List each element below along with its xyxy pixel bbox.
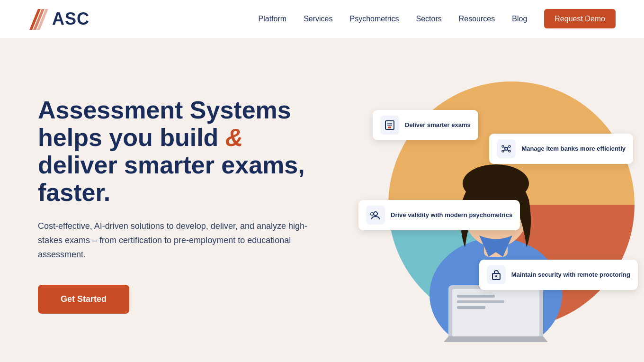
- get-started-button[interactable]: Get Started: [38, 285, 129, 314]
- nav-link-blog[interactable]: Blog: [512, 15, 527, 23]
- nav-link-platform[interactable]: Platform: [259, 15, 287, 23]
- svg-line-24: [504, 147, 505, 148]
- hero-section: Assessment Systems helps you build & del…: [0, 38, 644, 362]
- svg-line-26: [504, 150, 505, 151]
- nav-item-platform[interactable]: Platform: [259, 15, 287, 23]
- nav-link-services[interactable]: Services: [304, 15, 332, 23]
- card2-text: Manage item banks more efficiently: [521, 145, 626, 153]
- hero-headline: Assessment Systems helps you build & del…: [38, 96, 331, 207]
- headline-ampersand: &: [225, 124, 243, 151]
- card2-icon: [497, 139, 516, 158]
- nav-link-resources[interactable]: Resources: [459, 15, 495, 23]
- headline-part1: Assessment Systems helps you build: [38, 96, 291, 151]
- svg-rect-13: [457, 300, 504, 303]
- logo: ASC: [28, 7, 89, 31]
- hero-content: Assessment Systems helps you build & del…: [38, 96, 331, 314]
- nav-link-psychometrics[interactable]: Psychometrics: [349, 15, 399, 23]
- card4-icon: [487, 265, 506, 284]
- nav-item-cta[interactable]: Request Demo: [544, 15, 616, 23]
- svg-point-20: [502, 145, 504, 147]
- svg-point-31: [495, 275, 497, 277]
- nav-item-resources[interactable]: Resources: [459, 15, 495, 23]
- svg-line-25: [507, 147, 509, 148]
- hero-subtitle: Cost-effective, AI-driven solutions to d…: [38, 219, 313, 262]
- nav-item-services[interactable]: Services: [304, 15, 332, 23]
- nav-links: Platform Services Psychometrics Sectors …: [259, 15, 616, 23]
- floating-card-3: Drive validity with modern psychometrics: [358, 200, 520, 230]
- svg-rect-18: [388, 127, 391, 128]
- svg-rect-29: [371, 213, 373, 215]
- floating-card-2: Manage item banks more efficiently: [489, 134, 633, 164]
- svg-point-21: [509, 145, 510, 147]
- logo-icon: [28, 7, 49, 31]
- nav-item-blog[interactable]: Blog: [512, 15, 527, 23]
- card1-text: Deliver smarter exams: [405, 121, 471, 129]
- card1-icon: [380, 116, 399, 135]
- svg-line-27: [507, 150, 509, 151]
- svg-point-23: [509, 150, 510, 152]
- card3-icon: [366, 206, 385, 225]
- svg-point-22: [502, 150, 504, 152]
- card4-text: Maintain security with remote proctoring: [511, 271, 630, 279]
- navbar: ASC Platform Services Psychometrics Sect…: [0, 0, 644, 38]
- card3-text: Drive validity with modern psychometrics: [391, 211, 512, 219]
- person-illustration: Deliver smarter exams: [396, 96, 595, 342]
- svg-rect-12: [457, 295, 495, 298]
- nav-item-psychometrics[interactable]: Psychometrics: [349, 15, 399, 23]
- svg-rect-14: [457, 306, 485, 309]
- floating-card-4: Maintain security with remote proctoring: [479, 260, 638, 290]
- hero-illustration: Deliver smarter exams: [331, 67, 620, 342]
- svg-point-28: [374, 212, 377, 216]
- request-demo-button[interactable]: Request Demo: [544, 9, 616, 28]
- headline-part2: deliver smarter exams, faster.: [38, 151, 305, 206]
- nav-item-sectors[interactable]: Sectors: [416, 15, 442, 23]
- logo-text: ASC: [52, 9, 89, 29]
- floating-card-1: Deliver smarter exams: [373, 110, 478, 140]
- nav-link-sectors[interactable]: Sectors: [416, 15, 442, 23]
